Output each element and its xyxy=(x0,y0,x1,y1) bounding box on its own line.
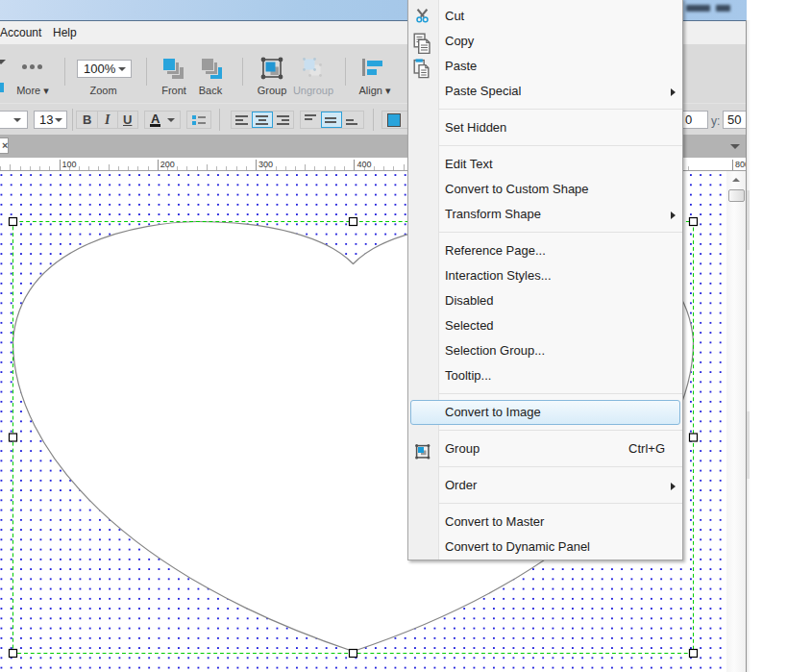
menu-item-transform-shape[interactable]: Transform Shape xyxy=(408,202,682,227)
group-menu-icon xyxy=(415,444,430,460)
group-label: Group xyxy=(252,85,292,96)
context-menu-separator xyxy=(439,503,682,504)
cut-icon xyxy=(415,9,430,24)
valign-bottom-button[interactable] xyxy=(341,112,363,128)
menu-item-convert-to-image[interactable]: Convert to Image xyxy=(410,400,680,425)
context-menu: CutCopyPastePaste SpecialSet HiddenEdit … xyxy=(407,0,683,560)
more-button[interactable]: More ▾ xyxy=(13,54,52,94)
menu-item-paste-special[interactable]: Paste Special xyxy=(408,79,682,104)
svg-text:400: 400 xyxy=(357,160,371,169)
menu-item-paste[interactable]: Paste xyxy=(408,54,682,79)
menu-item-selected[interactable]: Selected xyxy=(408,313,682,338)
back-button[interactable]: Back xyxy=(192,54,229,94)
selection-handle[interactable] xyxy=(10,434,17,441)
italic-button[interactable]: I xyxy=(97,112,118,128)
scroll-up-icon[interactable] xyxy=(726,171,746,187)
page-tab[interactable]: × xyxy=(0,137,9,154)
tab-overflow-icon[interactable] xyxy=(730,144,740,149)
ungroup-icon xyxy=(302,57,325,80)
menu-account[interactable]: Account xyxy=(0,21,41,44)
toolbar-separator xyxy=(345,58,346,86)
menu-item-label: Disabled xyxy=(445,288,494,313)
selection-handle[interactable] xyxy=(690,650,698,658)
menu-item-tooltip[interactable]: Tooltip... xyxy=(408,363,682,388)
ungroup-button[interactable]: Ungroup xyxy=(292,54,334,94)
toolbar-separator xyxy=(64,58,65,86)
menu-item-copy[interactable]: Copy xyxy=(408,29,682,54)
menu-item-label: Selected xyxy=(445,313,494,338)
menu-item-disabled[interactable]: Disabled xyxy=(408,288,682,313)
valign-middle-button[interactable] xyxy=(321,112,342,128)
bullet-list-button[interactable] xyxy=(186,111,211,129)
menu-item-interaction-styles[interactable]: Interaction Styles... xyxy=(408,263,682,288)
align-right-button[interactable] xyxy=(272,112,293,128)
align-center-button[interactable] xyxy=(252,112,273,128)
font-size-dropdown-icon[interactable] xyxy=(55,118,62,122)
menu-item-convert-to-dynamic-panel[interactable]: Convert to Dynamic Panel xyxy=(408,535,682,560)
font-size-value: 13 xyxy=(39,112,53,128)
svg-text:300: 300 xyxy=(258,160,273,169)
tab-close-icon[interactable]: × xyxy=(2,139,8,151)
scrollbar-thumb[interactable] xyxy=(728,189,745,202)
underline-button[interactable]: U xyxy=(117,112,137,128)
fill-color-button[interactable] xyxy=(381,111,409,129)
menu-item-label: Set Hidden xyxy=(445,115,506,140)
font-color-button[interactable]: A xyxy=(144,111,181,129)
menu-item-group[interactable]: GroupCtrl+G xyxy=(408,436,682,461)
y-value: 50 xyxy=(727,112,741,128)
menu-item-label: Reference Page... xyxy=(445,238,546,263)
clipped-toolbar-button xyxy=(0,60,5,64)
context-menu-separator xyxy=(439,430,682,431)
front-label: Front xyxy=(156,85,192,96)
selection-handle[interactable] xyxy=(10,650,17,658)
menu-item-label: Convert to Master xyxy=(445,510,544,535)
selection-handle[interactable] xyxy=(350,218,357,226)
menu-item-selection-group[interactable]: Selection Group... xyxy=(408,338,682,363)
menu-item-convert-to-master[interactable]: Convert to Master xyxy=(408,510,682,535)
menu-item-order[interactable]: Order xyxy=(408,473,682,498)
context-menu-separator xyxy=(439,466,682,467)
font-color-dropdown-icon[interactable] xyxy=(167,118,175,122)
context-menu-separator xyxy=(439,232,682,233)
menu-item-convert-to-custom-shape[interactable]: Convert to Custom Shape xyxy=(408,177,682,202)
font-family-combo[interactable] xyxy=(0,111,28,129)
menu-item-label: Tooltip... xyxy=(445,363,491,388)
group-button[interactable]: Group xyxy=(252,54,292,94)
menu-help[interactable]: Help xyxy=(53,21,77,44)
font-color-swatch xyxy=(150,124,160,127)
zoom-dropdown-icon[interactable] xyxy=(118,67,126,71)
zoom-combo[interactable]: 100% xyxy=(77,60,132,78)
fill-color-swatch xyxy=(387,113,401,127)
valign-top-button[interactable] xyxy=(301,112,322,128)
front-button[interactable]: Front xyxy=(156,54,192,94)
selection-handle[interactable] xyxy=(690,434,698,441)
menu-item-set-hidden[interactable]: Set Hidden xyxy=(408,115,682,140)
bold-button[interactable]: B xyxy=(77,112,98,128)
vertical-scrollbar[interactable] xyxy=(726,171,746,672)
back-icon xyxy=(202,59,222,79)
menu-item-label: Copy xyxy=(445,29,474,54)
menu-item-reference-page[interactable]: Reference Page... xyxy=(408,238,682,263)
italic-label: I xyxy=(105,112,110,128)
window-shadow xyxy=(747,20,750,672)
align-left-button[interactable] xyxy=(232,112,253,128)
screenshot-root: { "window": { "menu_items": [ {"id": "ac… xyxy=(0,0,787,672)
menu-item-label: Order xyxy=(445,473,477,498)
context-menu-separator xyxy=(439,145,682,146)
copy-icon xyxy=(413,33,431,55)
selection-handle[interactable] xyxy=(10,218,17,226)
svg-text:200: 200 xyxy=(160,160,175,169)
menu-item-edit-text[interactable]: Edit Text xyxy=(408,152,682,177)
selection-handle[interactable] xyxy=(350,650,357,658)
font-family-dropdown-icon[interactable] xyxy=(13,118,21,122)
menu-item-label: Selection Group... xyxy=(445,338,545,363)
align-button[interactable]: Align ▾ xyxy=(356,54,394,94)
biu-group: B I U xyxy=(76,111,138,129)
vertical-align-group xyxy=(300,111,364,129)
align-label: Align ▾ xyxy=(356,85,394,97)
selection-handle[interactable] xyxy=(690,218,698,226)
menu-item-cut[interactable]: Cut xyxy=(408,4,682,29)
zoom-value: 100% xyxy=(84,61,115,77)
font-size-combo[interactable]: 13 xyxy=(34,111,67,129)
window-shadow-segment xyxy=(747,411,750,479)
